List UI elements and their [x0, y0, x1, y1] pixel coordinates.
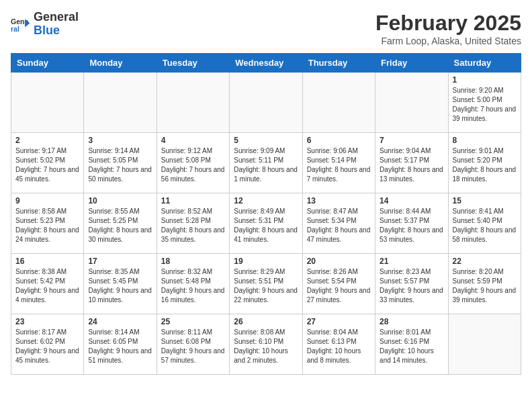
- calendar-cell: [11, 73, 84, 133]
- calendar-cell: [230, 73, 302, 133]
- calendar-cell: 4Sunrise: 9:12 AM Sunset: 5:08 PM Daylig…: [157, 133, 229, 193]
- day-number: 3: [88, 136, 152, 145]
- calendar-cell: 5Sunrise: 9:09 AM Sunset: 5:11 PM Daylig…: [230, 133, 302, 193]
- day-info: Sunrise: 8:08 AM Sunset: 6:10 PM Dayligh…: [234, 328, 298, 365]
- calendar-cell: [448, 314, 521, 375]
- day-info: Sunrise: 8:17 AM Sunset: 6:02 PM Dayligh…: [15, 328, 79, 365]
- calendar-cell: 3Sunrise: 9:14 AM Sunset: 5:05 PM Daylig…: [84, 133, 157, 193]
- logo-general: General: [34, 10, 79, 24]
- calendar-cell: 6Sunrise: 9:06 AM Sunset: 5:14 PM Daylig…: [302, 133, 375, 193]
- day-info: Sunrise: 8:20 AM Sunset: 5:59 PM Dayligh…: [453, 267, 517, 305]
- day-number: 16: [15, 257, 79, 266]
- calendar-cell: 27Sunrise: 8:04 AM Sunset: 6:13 PM Dayli…: [302, 314, 375, 375]
- calendar-cell: 12Sunrise: 8:49 AM Sunset: 5:31 PM Dayli…: [230, 193, 302, 254]
- day-info: Sunrise: 8:01 AM Sunset: 6:16 PM Dayligh…: [380, 328, 443, 365]
- day-number: 19: [234, 257, 298, 266]
- day-number: 15: [453, 196, 517, 205]
- calendar-header-saturday: Saturday: [448, 54, 521, 73]
- calendar-cell: 24Sunrise: 8:14 AM Sunset: 6:05 PM Dayli…: [84, 314, 157, 375]
- calendar-header-sunday: Sunday: [11, 54, 84, 73]
- day-number: 11: [161, 196, 225, 205]
- calendar-cell: 22Sunrise: 8:20 AM Sunset: 5:59 PM Dayli…: [448, 254, 521, 314]
- calendar-cell: 14Sunrise: 8:44 AM Sunset: 5:37 PM Dayli…: [375, 193, 448, 254]
- calendar-week-row: 1Sunrise: 9:20 AM Sunset: 5:00 PM Daylig…: [11, 73, 521, 133]
- calendar-cell: [302, 73, 375, 133]
- calendar-cell: 21Sunrise: 8:23 AM Sunset: 5:57 PM Dayli…: [375, 254, 448, 314]
- day-info: Sunrise: 8:23 AM Sunset: 5:57 PM Dayligh…: [380, 267, 443, 305]
- day-info: Sunrise: 8:47 AM Sunset: 5:34 PM Dayligh…: [307, 207, 371, 244]
- calendar-cell: 18Sunrise: 8:32 AM Sunset: 5:48 PM Dayli…: [157, 254, 229, 314]
- day-info: Sunrise: 8:58 AM Sunset: 5:23 PM Dayligh…: [15, 207, 79, 244]
- title-area: February 2025 Farm Loop, Alaska, United …: [375, 11, 521, 46]
- day-info: Sunrise: 8:35 AM Sunset: 5:45 PM Dayligh…: [88, 267, 152, 305]
- day-number: 7: [380, 136, 443, 145]
- day-number: 6: [307, 136, 371, 145]
- day-number: 17: [88, 257, 152, 266]
- calendar-header-row: SundayMondayTuesdayWednesdayThursdayFrid…: [11, 54, 521, 73]
- calendar-cell: 17Sunrise: 8:35 AM Sunset: 5:45 PM Dayli…: [84, 254, 157, 314]
- day-info: Sunrise: 8:11 AM Sunset: 6:08 PM Dayligh…: [161, 328, 225, 365]
- calendar-cell: 10Sunrise: 8:55 AM Sunset: 5:25 PM Dayli…: [84, 193, 157, 254]
- day-info: Sunrise: 8:52 AM Sunset: 5:28 PM Dayligh…: [161, 207, 225, 244]
- location-subtitle: Farm Loop, Alaska, United States: [375, 36, 521, 46]
- day-number: 20: [307, 257, 371, 266]
- day-info: Sunrise: 8:26 AM Sunset: 5:54 PM Dayligh…: [307, 267, 371, 305]
- calendar-cell: 1Sunrise: 9:20 AM Sunset: 5:00 PM Daylig…: [448, 73, 521, 133]
- calendar-cell: [84, 73, 157, 133]
- calendar-cell: 20Sunrise: 8:26 AM Sunset: 5:54 PM Dayli…: [302, 254, 375, 314]
- day-info: Sunrise: 8:29 AM Sunset: 5:51 PM Dayligh…: [234, 267, 298, 305]
- day-number: 22: [453, 257, 517, 266]
- calendar-cell: 15Sunrise: 8:41 AM Sunset: 5:40 PM Dayli…: [448, 193, 521, 254]
- calendar-cell: 9Sunrise: 8:58 AM Sunset: 5:23 PM Daylig…: [11, 193, 84, 254]
- day-number: 9: [15, 196, 79, 205]
- day-number: 1: [453, 75, 517, 85]
- day-info: Sunrise: 9:12 AM Sunset: 5:08 PM Dayligh…: [161, 146, 225, 184]
- day-number: 24: [88, 317, 152, 326]
- day-info: Sunrise: 9:09 AM Sunset: 5:11 PM Dayligh…: [234, 146, 298, 184]
- calendar-header-monday: Monday: [84, 54, 157, 73]
- logo: Gene ral General Blue: [11, 11, 79, 38]
- day-number: 25: [161, 317, 225, 326]
- day-number: 10: [88, 196, 152, 205]
- calendar-week-row: 9Sunrise: 8:58 AM Sunset: 5:23 PM Daylig…: [11, 193, 521, 254]
- calendar-header-wednesday: Wednesday: [230, 54, 302, 73]
- calendar-week-row: 16Sunrise: 8:38 AM Sunset: 5:42 PM Dayli…: [11, 254, 521, 314]
- day-info: Sunrise: 9:20 AM Sunset: 5:00 PM Dayligh…: [453, 86, 517, 124]
- page-header: Gene ral General Blue February 2025 Farm…: [11, 11, 521, 46]
- day-info: Sunrise: 9:01 AM Sunset: 5:20 PM Dayligh…: [453, 146, 517, 184]
- day-number: 5: [234, 136, 298, 145]
- calendar-cell: 11Sunrise: 8:52 AM Sunset: 5:28 PM Dayli…: [157, 193, 229, 254]
- day-info: Sunrise: 8:44 AM Sunset: 5:37 PM Dayligh…: [380, 207, 443, 244]
- svg-text:ral: ral: [11, 24, 19, 32]
- calendar-table: SundayMondayTuesdayWednesdayThursdayFrid…: [11, 53, 521, 375]
- logo-blue: Blue: [34, 24, 60, 37]
- calendar-week-row: 23Sunrise: 8:17 AM Sunset: 6:02 PM Dayli…: [11, 314, 521, 375]
- calendar-cell: 16Sunrise: 8:38 AM Sunset: 5:42 PM Dayli…: [11, 254, 84, 314]
- day-info: Sunrise: 9:04 AM Sunset: 5:17 PM Dayligh…: [380, 146, 443, 184]
- day-number: 23: [15, 317, 79, 326]
- day-number: 18: [161, 257, 225, 266]
- calendar-week-row: 2Sunrise: 9:17 AM Sunset: 5:02 PM Daylig…: [11, 133, 521, 193]
- day-number: 4: [161, 136, 225, 145]
- calendar-cell: 28Sunrise: 8:01 AM Sunset: 6:16 PM Dayli…: [375, 314, 448, 375]
- calendar-header-tuesday: Tuesday: [157, 54, 229, 73]
- day-info: Sunrise: 9:17 AM Sunset: 5:02 PM Dayligh…: [15, 146, 79, 184]
- day-number: 2: [15, 136, 79, 145]
- day-info: Sunrise: 9:06 AM Sunset: 5:14 PM Dayligh…: [307, 146, 371, 184]
- calendar-cell: 19Sunrise: 8:29 AM Sunset: 5:51 PM Dayli…: [230, 254, 302, 314]
- logo-text: General Blue: [34, 11, 79, 38]
- calendar-cell: 8Sunrise: 9:01 AM Sunset: 5:20 PM Daylig…: [448, 133, 521, 193]
- day-info: Sunrise: 8:38 AM Sunset: 5:42 PM Dayligh…: [15, 267, 79, 305]
- day-info: Sunrise: 8:55 AM Sunset: 5:25 PM Dayligh…: [88, 207, 152, 244]
- day-info: Sunrise: 8:41 AM Sunset: 5:40 PM Dayligh…: [453, 207, 517, 244]
- calendar-cell: 13Sunrise: 8:47 AM Sunset: 5:34 PM Dayli…: [302, 193, 375, 254]
- day-info: Sunrise: 8:32 AM Sunset: 5:48 PM Dayligh…: [161, 267, 225, 305]
- day-number: 8: [453, 136, 517, 145]
- day-info: Sunrise: 8:14 AM Sunset: 6:05 PM Dayligh…: [88, 328, 152, 365]
- day-info: Sunrise: 8:04 AM Sunset: 6:13 PM Dayligh…: [307, 328, 371, 365]
- day-info: Sunrise: 8:49 AM Sunset: 5:31 PM Dayligh…: [234, 207, 298, 244]
- day-number: 28: [380, 317, 443, 326]
- logo-icon: Gene ral: [11, 14, 31, 34]
- day-number: 14: [380, 196, 443, 205]
- calendar-header-friday: Friday: [375, 54, 448, 73]
